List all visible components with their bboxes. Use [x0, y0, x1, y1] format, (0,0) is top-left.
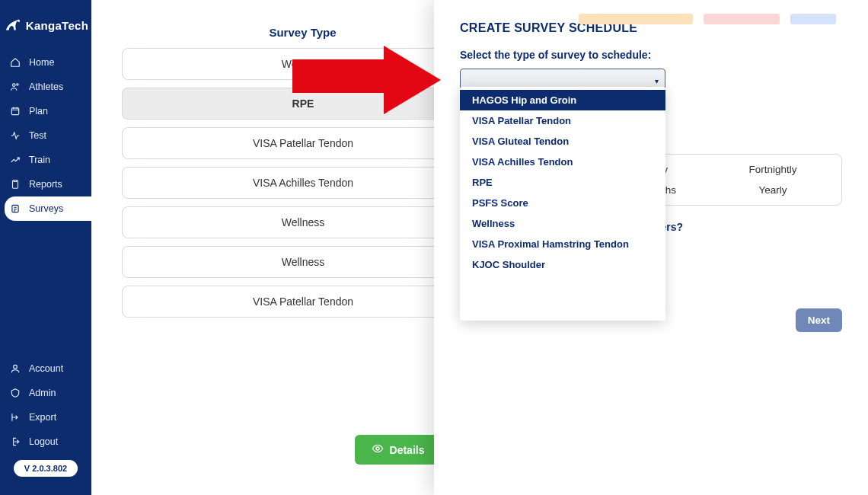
home-icon [9, 56, 21, 69]
dropdown-option[interactable]: RPE [460, 172, 665, 193]
dropdown-option[interactable]: VISA Gluteal Tendon [460, 131, 665, 152]
sidebar-item-export[interactable]: Export [0, 405, 91, 430]
train-icon [9, 154, 21, 166]
nav-label: Plan [29, 106, 48, 117]
reports-icon [9, 178, 21, 190]
plan-icon [9, 105, 21, 117]
cell-survey-type: RPE [123, 97, 483, 110]
svg-rect-2 [11, 108, 18, 115]
cell-survey-type: Wellness [123, 58, 483, 70]
sidebar-item-surveys[interactable]: Surveys [5, 196, 91, 221]
cell-survey-type: VISA Patellar Tendon [123, 137, 483, 149]
partial-label-ted: ted: [635, 136, 842, 148]
chevron-down-icon: ▾ [655, 77, 659, 85]
brand-logo: KangaTech [0, 0, 91, 43]
nav-secondary: Account Admin Export Logout V 2.0.3.802 [0, 356, 91, 495]
dropdown-option[interactable]: KJOC Shoulder [460, 254, 665, 275]
nav-label: Reports [29, 179, 62, 190]
survey-type-dropdown: HAGOS Hip and GroinVISA Patellar TendonV… [460, 87, 665, 321]
svg-point-0 [13, 84, 16, 87]
details-button[interactable]: Details [355, 435, 442, 465]
sidebar-item-test[interactable]: Test [0, 123, 91, 148]
blurred-header-chips [579, 14, 836, 24]
sidebar-item-reports[interactable]: Reports [0, 172, 91, 196]
cell-survey-type: Wellness [123, 256, 483, 268]
nav-label: Export [29, 412, 56, 423]
nav-label: Logout [29, 436, 58, 447]
next-button[interactable]: Next [796, 308, 842, 332]
sidebar-item-home[interactable]: Home [0, 50, 91, 75]
account-icon [9, 362, 21, 375]
nav-label: Athletes [29, 81, 63, 92]
kangaroo-icon [3, 15, 23, 35]
freq-option-fortnightly[interactable]: Fortnightly [748, 164, 796, 175]
brand-name: KangaTech [26, 19, 88, 32]
sidebar-item-athletes[interactable]: Athletes [0, 75, 91, 99]
sidebar-item-logout[interactable]: Logout [0, 430, 91, 454]
test-icon [9, 129, 21, 142]
athletes-icon [9, 81, 21, 93]
svg-point-6 [376, 447, 379, 450]
nav-primary: Home Athletes Plan Test Train Reports Su… [0, 43, 91, 221]
dropdown-option[interactable]: VISA Proximal Hamstring Tendon [460, 234, 665, 254]
cell-survey-type: VISA Achilles Tendon [123, 177, 483, 189]
col-header-survey-type: Survey Type [122, 26, 483, 39]
svg-point-1 [17, 84, 18, 85]
dropdown-option[interactable]: VISA Patellar Tendon [460, 110, 665, 131]
svg-point-5 [14, 365, 18, 369]
cell-survey-type: Wellness [123, 216, 483, 228]
nav-label: Test [29, 130, 46, 141]
dropdown-option[interactable]: VISA Achilles Tendon [460, 152, 665, 172]
eye-icon [372, 442, 384, 457]
sidebar-item-train[interactable]: Train [0, 148, 91, 172]
cell-survey-type: VISA Patellar Tendon [123, 295, 483, 308]
next-button-label: Next [808, 315, 830, 326]
sidebar-item-account[interactable]: Account [0, 356, 91, 381]
dropdown-option[interactable]: HAGOS Hip and Groin [460, 90, 665, 110]
nav-label: Account [29, 363, 63, 374]
surveys-icon [9, 203, 21, 215]
export-icon [9, 411, 21, 423]
dropdown-option[interactable]: Wellness [460, 213, 665, 234]
freq-option-yearly[interactable]: Yearly [758, 184, 787, 196]
sidebar: KangaTech Home Athletes Plan Test Train … [0, 0, 91, 495]
sidebar-item-admin[interactable]: Admin [0, 381, 91, 405]
create-survey-schedule-panel: CREATE SURVEY SCHEDULE Select the type o… [434, 0, 868, 495]
nav-label: Admin [29, 388, 56, 398]
reminders-label-partial: minders? [635, 221, 842, 233]
dropdown-option[interactable]: PSFS Score [460, 193, 665, 213]
admin-icon [9, 387, 21, 399]
nav-label: Surveys [29, 203, 63, 214]
select-survey-type-label: Select the type of survey to schedule: [460, 49, 842, 61]
nav-label: Home [29, 57, 54, 68]
nav-label: Train [29, 155, 50, 165]
logout-icon [9, 436, 21, 448]
sidebar-item-plan[interactable]: Plan [0, 99, 91, 123]
details-button-label: Details [390, 444, 425, 456]
version-badge: V 2.0.3.802 [14, 460, 78, 477]
